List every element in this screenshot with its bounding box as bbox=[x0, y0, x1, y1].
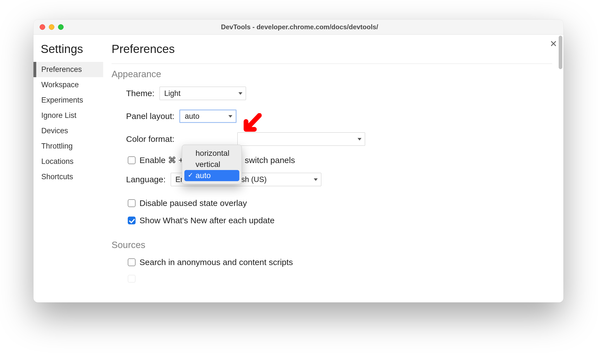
section-appearance: Appearance bbox=[112, 69, 552, 79]
disable-paused-label: Disable paused state overlay bbox=[139, 198, 247, 208]
page-title: Preferences bbox=[112, 42, 552, 64]
theme-select[interactable]: Light bbox=[160, 87, 246, 100]
row-cutoff bbox=[128, 275, 552, 283]
titlebar: DevTools - developer.chrome.com/docs/dev… bbox=[33, 20, 563, 35]
row-color-format: Color format: bbox=[126, 132, 552, 146]
row-show-whats-new: Show What's New after each update bbox=[128, 216, 552, 225]
theme-label: Theme: bbox=[126, 89, 155, 98]
chevron-down-icon bbox=[358, 138, 361, 140]
window-minimize-icon[interactable] bbox=[49, 24, 54, 30]
window-title: DevTools - developer.chrome.com/docs/dev… bbox=[64, 23, 536, 31]
settings-heading: Settings bbox=[33, 42, 103, 62]
chevron-down-icon bbox=[228, 115, 232, 118]
window: DevTools - developer.chrome.com/docs/dev… bbox=[33, 20, 563, 302]
sidebar-item-experiments[interactable]: Experiments bbox=[33, 93, 103, 108]
sidebar-item-devices[interactable]: Devices bbox=[33, 123, 103, 139]
window-close-icon[interactable] bbox=[40, 24, 45, 30]
enable-shortcut-prefix: Enable ⌘ + bbox=[139, 155, 184, 165]
option-auto[interactable]: auto bbox=[184, 170, 239, 181]
theme-select-value: Light bbox=[164, 89, 181, 98]
sidebar-item-workspace[interactable]: Workspace bbox=[33, 77, 103, 93]
sidebar-item-shortcuts[interactable]: Shortcuts bbox=[33, 169, 103, 185]
row-panel-layout: Panel layout: auto bbox=[126, 110, 552, 123]
preferences-panel: Preferences Appearance Theme: Light Pane… bbox=[103, 35, 563, 302]
show-whats-new-label: Show What's New after each update bbox=[139, 216, 274, 225]
search-anonymous-label: Search in anonymous and content scripts bbox=[139, 258, 293, 267]
sidebar-item-locations[interactable]: Locations bbox=[33, 154, 103, 169]
color-format-label: Color format: bbox=[126, 134, 174, 144]
panel-layout-label: Panel layout: bbox=[126, 111, 174, 121]
sidebar: Settings Preferences Workspace Experimen… bbox=[33, 35, 103, 302]
divider bbox=[112, 64, 552, 64]
search-anonymous-checkbox[interactable] bbox=[128, 258, 136, 266]
disable-paused-checkbox[interactable] bbox=[128, 199, 136, 207]
enable-shortcut-suffix: switch panels bbox=[245, 156, 295, 165]
sidebar-item-preferences[interactable]: Preferences bbox=[33, 62, 103, 77]
row-search-anonymous: Search in anonymous and content scripts bbox=[128, 258, 552, 267]
option-vertical[interactable]: vertical bbox=[184, 159, 239, 170]
show-whats-new-checkbox[interactable] bbox=[128, 217, 136, 224]
sidebar-item-throttling[interactable]: Throttling bbox=[33, 139, 103, 154]
option-horizontal[interactable]: horizontal bbox=[184, 148, 239, 159]
chevron-down-icon bbox=[238, 92, 242, 95]
sidebar-item-ignore-list[interactable]: Ignore List bbox=[33, 108, 103, 123]
panel-layout-options: horizontal vertical auto bbox=[182, 145, 242, 184]
annotation-arrow-icon bbox=[243, 113, 262, 135]
panel-layout-select[interactable]: auto bbox=[179, 110, 237, 123]
panel-layout-select-value: auto bbox=[185, 112, 199, 121]
chevron-down-icon bbox=[314, 178, 318, 181]
row-disable-paused: Disable paused state overlay bbox=[128, 198, 552, 208]
enable-shortcut-checkbox[interactable] bbox=[128, 156, 136, 164]
window-zoom-icon[interactable] bbox=[58, 24, 64, 30]
row-theme: Theme: Light bbox=[126, 87, 552, 100]
section-sources: Sources bbox=[112, 240, 552, 250]
settings-body: ✕ Settings Preferences Workspace Experim… bbox=[33, 35, 563, 302]
language-label: Language: bbox=[126, 175, 166, 184]
traffic-lights bbox=[33, 24, 64, 30]
cutoff-checkbox[interactable] bbox=[128, 275, 136, 283]
